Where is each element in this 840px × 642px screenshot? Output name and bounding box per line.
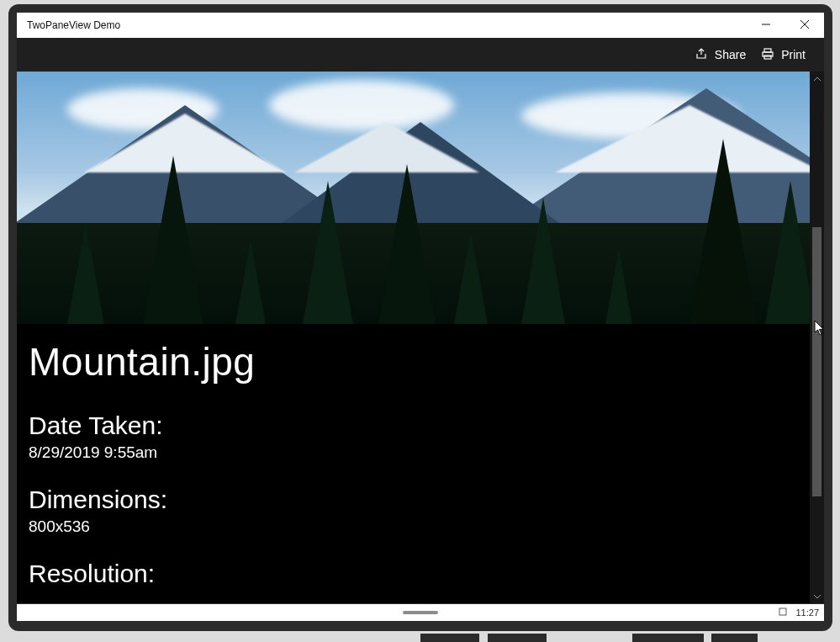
resolution-label: Resolution: — [29, 560, 798, 588]
device-frame: TwoPaneView Demo — [8, 4, 832, 631]
status-bar: 11:27 — [17, 604, 824, 621]
close-icon — [800, 19, 809, 31]
minimize-icon — [762, 19, 770, 31]
file-name: Mountain.jpg — [29, 339, 798, 385]
scroll-up-arrow-icon[interactable] — [810, 72, 824, 86]
vertical-scrollbar[interactable] — [810, 72, 824, 603]
dimensions-value: 800x536 — [29, 517, 798, 536]
share-icon — [695, 47, 708, 63]
scroll-down-arrow-icon[interactable] — [810, 589, 824, 603]
print-label: Print — [781, 48, 806, 61]
svg-rect-6 — [779, 608, 786, 615]
share-button[interactable]: Share — [695, 47, 746, 63]
close-button[interactable] — [785, 13, 824, 38]
print-icon — [761, 47, 774, 63]
window-title: TwoPaneView Demo — [27, 19, 120, 31]
svg-rect-5 — [764, 56, 771, 59]
photo-preview — [17, 72, 810, 324]
content-area: Mountain.jpg Date Taken: 8/29/2019 9:55a… — [17, 72, 824, 603]
clock[interactable]: 11:27 — [795, 608, 819, 618]
dimensions-label: Dimensions: — [29, 485, 798, 514]
titlebar: TwoPaneView Demo — [17, 13, 824, 38]
scrollbar-thumb[interactable] — [812, 227, 822, 496]
scroll-content: Mountain.jpg Date Taken: 8/29/2019 9:55a… — [17, 72, 810, 603]
date-taken-value: 8/29/2019 9:55am — [29, 443, 798, 462]
system-tray: 11:27 — [779, 608, 819, 618]
print-button[interactable]: Print — [761, 47, 806, 63]
share-label: Share — [715, 48, 746, 61]
input-indicator-icon[interactable] — [779, 608, 787, 618]
horizontal-scroll-thumb[interactable] — [403, 611, 438, 614]
date-taken-label: Date Taken: — [29, 411, 798, 440]
app-window: TwoPaneView Demo — [17, 13, 824, 603]
command-bar: Share Print — [17, 38, 824, 72]
details-pane: Mountain.jpg Date Taken: 8/29/2019 9:55a… — [17, 324, 810, 588]
minimize-button[interactable] — [747, 13, 785, 38]
